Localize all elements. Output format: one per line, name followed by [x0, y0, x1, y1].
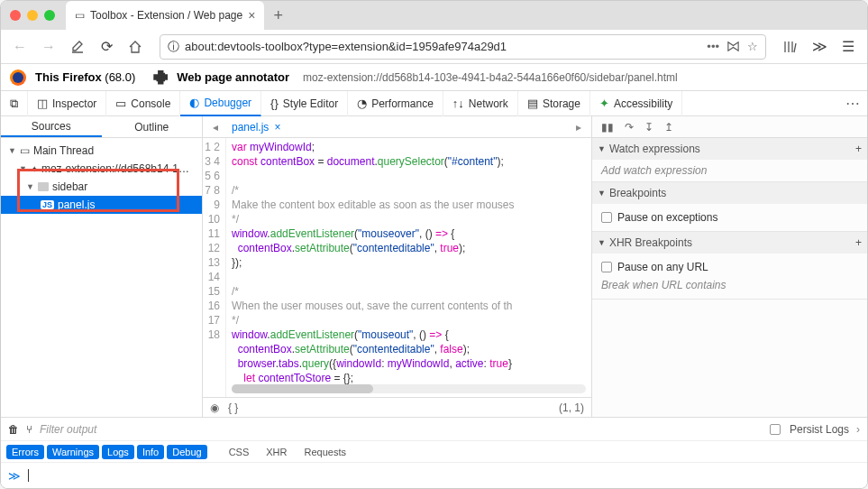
identity-bar: This Firefox (68.0) Web page annotator m… [1, 64, 867, 91]
code-pane: ◂ panel.js× ▸ 1 2 3 4 5 6 7 8 9 10 11 12… [203, 116, 591, 417]
tab-network[interactable]: ↑↓Network [443, 91, 518, 116]
step-in-button[interactable]: ↧ [644, 121, 653, 134]
clear-console-button[interactable]: 🗑 [8, 423, 19, 436]
tab-style-editor[interactable]: {}Style Editor [261, 91, 348, 116]
tab-debugger[interactable]: ◐Debugger [180, 91, 261, 116]
forward-button[interactable]: → [37, 35, 60, 59]
tree-main-thread[interactable]: ▼▭Main Thread [1, 142, 202, 160]
traffic-lights [10, 10, 55, 21]
reload-button[interactable]: ⟳ [95, 35, 118, 59]
step-over-button[interactable]: ↷ [625, 121, 634, 134]
library-icon[interactable] [779, 35, 802, 59]
pill-errors[interactable]: Errors [6, 445, 44, 459]
extension-url: moz-extension://dd568b14-103e-4941-b4a2-… [303, 71, 678, 84]
pill-info[interactable]: Info [137, 445, 164, 459]
home-button[interactable] [123, 35, 147, 59]
pause-any-url-row[interactable]: Pause on any URL [601, 258, 858, 276]
pause-on-exceptions-row[interactable]: Pause on exceptions [601, 208, 858, 226]
tree-file-panel-js[interactable]: JSpanel.js [1, 196, 202, 214]
sources-tab[interactable]: Sources [1, 116, 102, 137]
minimize-window-button[interactable] [27, 10, 38, 21]
console-drawer: 🗑 ⑂ Filter output Persist Logs › Errors … [1, 417, 867, 488]
prompt-icon: ≫ [8, 469, 21, 483]
code-status-bar: ◉ { } (1, 1) [203, 397, 591, 417]
close-window-button[interactable] [10, 10, 21, 21]
url-bar[interactable]: ⓘ about:devtools-toolbox?type=extension&… [160, 34, 766, 60]
browser-label: This Firefox (68.0) [35, 70, 135, 84]
page-actions-icon[interactable]: ••• [707, 40, 719, 53]
sources-tree: ▼▭Main Thread ▼✦moz-extension://dd568b14… [1, 138, 202, 417]
debugger-main: Sources Outline ▼▭Main Thread ▼✦moz-exte… [1, 116, 867, 417]
firefox-icon [10, 69, 26, 86]
resume-button[interactable]: ▮▮ [601, 121, 614, 134]
tab-icon: ▭ [75, 9, 85, 22]
next-file-button[interactable]: ▸ [570, 121, 588, 134]
pill-debug[interactable]: Debug [167, 445, 206, 459]
toggle-requests[interactable]: Requests [297, 445, 353, 459]
extension-icon [153, 70, 168, 85]
back-button[interactable]: ← [8, 35, 32, 59]
tab-performance[interactable]: ◔Performance [348, 91, 443, 116]
browser-tab[interactable]: ▭ Toolbox - Extension / Web page × [66, 1, 264, 30]
pill-warnings[interactable]: Warnings [47, 445, 99, 459]
toggle-xhr[interactable]: XHR [259, 445, 294, 459]
debug-pane: ▮▮ ↷ ↧ ↥ ▼Watch expressions+ Add watch e… [591, 116, 867, 417]
maximize-window-button[interactable] [44, 10, 55, 21]
toolbox-options-button[interactable]: ⋯ [838, 95, 867, 112]
sources-pane: Sources Outline ▼▭Main Thread ▼✦moz-exte… [1, 116, 203, 417]
persist-logs-toggle[interactable]: Persist Logs [770, 423, 849, 436]
bookmark-icon[interactable]: ☆ [747, 40, 758, 53]
folder-icon [38, 182, 49, 191]
prettify-button[interactable]: { } [228, 401, 238, 414]
xhr-hint[interactable]: Break when URL contains [601, 276, 858, 294]
tree-origin[interactable]: ▼✦moz-extension://dd568b14-103e [1, 160, 202, 178]
debug-controls: ▮▮ ↷ ↧ ↥ [592, 116, 867, 138]
js-file-icon: JS [41, 200, 54, 209]
console-filter-input[interactable]: Filter output [40, 423, 763, 436]
step-out-button[interactable]: ↥ [664, 121, 673, 134]
add-watch-button[interactable]: + [855, 143, 862, 155]
console-overflow[interactable]: › [856, 423, 860, 436]
close-file-button[interactable]: × [274, 121, 280, 134]
pause-any-url-checkbox[interactable] [601, 262, 612, 272]
scope-icon[interactable]: ◉ [210, 401, 219, 414]
dev-button[interactable] [66, 35, 89, 59]
reader-icon[interactable] [726, 40, 740, 53]
window-title-bar: ▭ Toolbox - Extension / Web page × + [1, 1, 867, 30]
tab-storage[interactable]: ▤Storage [518, 91, 590, 116]
file-tab-bar: ◂ panel.js× ▸ [203, 116, 591, 138]
toggle-css[interactable]: CSS [222, 445, 257, 459]
extension-name: Web page annotator [177, 70, 289, 84]
watch-expressions-header[interactable]: ▼Watch expressions+ [592, 138, 867, 160]
navigation-bar: ← → ⟳ ⓘ about:devtools-toolbox?type=exte… [1, 30, 867, 64]
breakpoints-header[interactable]: ▼Breakpoints [592, 182, 867, 204]
outline-tab[interactable]: Outline [102, 116, 203, 137]
iframe-picker-button[interactable]: ⧉ [1, 91, 28, 116]
menu-button[interactable]: ☰ [836, 35, 860, 59]
watch-hint[interactable]: Add watch expression [592, 160, 867, 181]
tab-title: Toolbox - Extension / Web page [90, 9, 242, 22]
cursor-position: (1, 1) [559, 401, 584, 414]
console-prompt[interactable]: ≫ [1, 463, 867, 488]
add-xhr-button[interactable]: + [855, 236, 862, 249]
tab-accessibility[interactable]: ✦Accessibility [590, 91, 682, 116]
tree-folder-sidebar[interactable]: ▼sidebar [1, 178, 202, 196]
cursor [28, 469, 29, 482]
pause-exceptions-checkbox[interactable] [601, 212, 612, 223]
filter-icon: ⑂ [26, 423, 32, 436]
tab-console[interactable]: ▭Console [106, 91, 180, 116]
url-text: about:devtools-toolbox?type=extension&id… [185, 40, 701, 53]
devtools-tabs: ⧉ ◫Inspector ▭Console ◐Debugger {}Style … [1, 91, 867, 116]
tab-inspector[interactable]: ◫Inspector [28, 91, 106, 116]
prev-file-button[interactable]: ◂ [206, 121, 224, 134]
new-tab-button[interactable]: + [273, 6, 283, 25]
xhr-header[interactable]: ▼XHR Breakpoints+ [592, 232, 867, 254]
file-tab-panel-js[interactable]: panel.js× [224, 121, 288, 134]
close-tab-button[interactable]: × [248, 8, 255, 23]
code-body[interactable]: 1 2 3 4 5 6 7 8 9 10 11 12 13 14 15 16 1… [203, 138, 591, 397]
overflow-icon[interactable]: ≫ [808, 35, 831, 59]
pill-logs[interactable]: Logs [102, 445, 134, 459]
info-icon[interactable]: ⓘ [168, 39, 179, 55]
horizontal-scrollbar[interactable] [232, 384, 586, 393]
